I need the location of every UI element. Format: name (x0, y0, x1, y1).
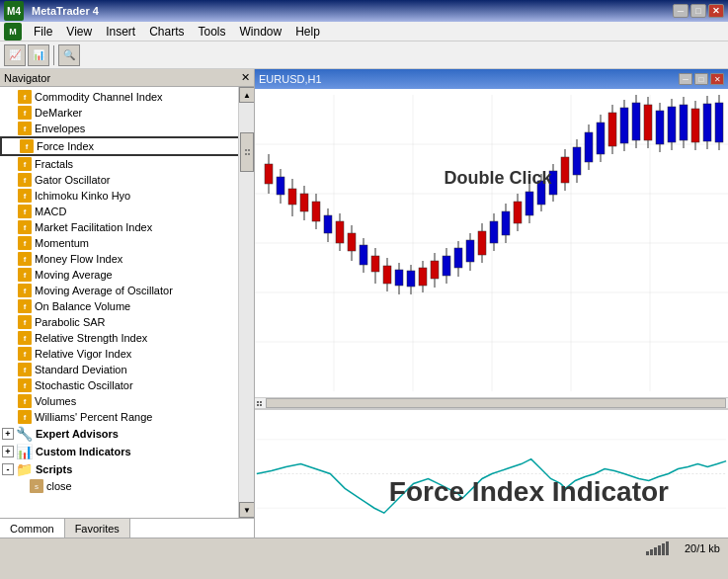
nav-item-demarker[interactable]: f DeMarker (0, 105, 254, 121)
status-bar: 20/1 kb (0, 538, 728, 557)
scroll-left-dots[interactable] (255, 400, 264, 407)
svg-rect-11 (265, 164, 273, 184)
mdi-min-button[interactable]: ─ (679, 73, 692, 85)
toolbar: 📈 📊 🔍 (0, 41, 728, 69)
nav-item-rsi[interactable]: f Relative Strength Index (0, 330, 254, 346)
indicator-icon: f (18, 378, 32, 392)
expand-custom-icon[interactable]: + (2, 446, 14, 457)
indicator-icon: f (18, 315, 32, 329)
nav-item-gator[interactable]: f Gator Oscillator (0, 172, 254, 188)
bar-2 (650, 549, 653, 555)
nav-item-market-facilitation[interactable]: f Market Facilitation Index (0, 219, 254, 235)
nav-item-volumes[interactable]: f Volumes (0, 393, 254, 409)
candlestick-chart[interactable]: Double Click (255, 89, 728, 397)
maximize-button[interactable]: □ (690, 4, 706, 18)
expand-expert-icon[interactable]: + (2, 428, 14, 440)
nav-tabs: Common Favorites (0, 518, 254, 538)
nav-item-ichimoku[interactable]: f Ichimoku Kinko Hyo (0, 188, 254, 204)
menu-file[interactable]: File (28, 23, 58, 41)
navigator-title: Navigator (4, 72, 50, 84)
double-click-label: Double Click (445, 168, 552, 189)
mdi-title-bar: EURUSD,H1 ─ □ ✕ (255, 69, 728, 89)
mdi-max-button[interactable]: □ (694, 73, 708, 85)
nav-section-expert[interactable]: + 🔧 Expert Advisors (0, 425, 254, 443)
svg-rect-21 (324, 215, 332, 233)
nav-item-force-index[interactable]: f Force Index (0, 136, 254, 156)
nav-section-custom[interactable]: + 📊 Custom Indicators (0, 443, 254, 460)
navigator-close-button[interactable]: ✕ (241, 71, 250, 84)
tab-favorites[interactable]: Favorites (65, 519, 130, 538)
tab-common[interactable]: Common (0, 519, 65, 538)
menu-insert[interactable]: Insert (100, 23, 141, 41)
chart-area: EURUSD,H1 ─ □ ✕ Double Click (255, 69, 728, 538)
title-bar: M4 MetaTrader 4 ─ □ ✕ (0, 0, 728, 22)
nav-item-fractals[interactable]: f Fractals (0, 156, 254, 172)
svg-rect-71 (620, 108, 628, 143)
indicator-icon: f (18, 220, 32, 234)
toolbar-btn-2[interactable]: 📊 (28, 44, 49, 66)
toolbar-btn-3[interactable]: 🔍 (58, 44, 80, 66)
force-index-chart[interactable]: Force Index Indicator (255, 409, 728, 538)
menu-charts[interactable]: Charts (143, 23, 190, 41)
menu-tools[interactable]: Tools (193, 23, 232, 41)
nav-item-envelopes[interactable]: f Envelopes (0, 121, 254, 136)
nav-item-obv[interactable]: f On Balance Volume (0, 298, 254, 314)
nav-item-rvi[interactable]: f Relative Vigor Index (0, 346, 254, 362)
nav-item-stochastic[interactable]: f Stochastic Oscillator (0, 377, 254, 393)
nav-item-label: DeMarker (35, 107, 82, 119)
nav-item-close-label: close (46, 480, 72, 492)
scroll-down-button[interactable]: ▼ (239, 502, 254, 518)
svg-rect-13 (277, 177, 284, 195)
nav-item-parabolic[interactable]: f Parabolic SAR (0, 314, 254, 330)
nav-scrollbar[interactable]: ▲ ▼ (238, 87, 254, 518)
bar-1 (646, 551, 649, 555)
indicator-icon: f (18, 299, 32, 313)
nav-item-moving-average[interactable]: f Moving Average (0, 267, 254, 283)
nav-item-macd[interactable]: f MACD (0, 204, 254, 219)
menu-help[interactable]: Help (289, 23, 326, 41)
nav-item-label: MACD (35, 206, 66, 217)
nav-item-stddev[interactable]: f Standard Deviation (0, 362, 254, 377)
scroll-thumb[interactable] (240, 132, 254, 172)
minimize-button[interactable]: ─ (673, 4, 688, 18)
svg-rect-53 (514, 202, 522, 223)
indicator-icon: f (18, 189, 32, 203)
nav-item-williams[interactable]: f Williams' Percent Range (0, 409, 254, 425)
svg-rect-55 (526, 192, 533, 215)
nav-section-scripts[interactable]: - 📁 Scripts (0, 460, 254, 478)
indicator-icon: f (18, 173, 32, 187)
mdi-close-button[interactable]: ✕ (710, 73, 724, 85)
nav-item-label: Moving Average (35, 269, 113, 281)
nav-item-label: Relative Strength Index (35, 332, 147, 344)
nav-item-label: On Balance Volume (35, 300, 130, 312)
force-index-svg (255, 410, 728, 538)
chart-horizontal-scrollbar[interactable] (255, 397, 728, 409)
expand-scripts-icon[interactable]: - (2, 463, 14, 475)
svg-rect-39 (431, 261, 439, 279)
svg-rect-87 (715, 103, 723, 142)
chart-scroll-track[interactable] (266, 398, 726, 408)
toolbar-btn-1[interactable]: 📈 (4, 44, 26, 66)
scroll-up-button[interactable]: ▲ (239, 87, 254, 103)
nav-item-momentum[interactable]: f Momentum (0, 235, 254, 251)
menu-window[interactable]: Window (234, 23, 288, 41)
nav-section-expert-label: Expert Advisors (36, 428, 119, 440)
menu-view[interactable]: View (60, 23, 98, 41)
nav-item-commodity[interactable]: f Commodity Channel Index (0, 89, 254, 105)
indicator-icon: f (18, 268, 32, 282)
close-button[interactable]: ✕ (708, 4, 724, 18)
nav-section-custom-label: Custom Indicators (36, 446, 131, 457)
nav-item-label: Fractals (35, 158, 73, 170)
nav-item-label: Stochastic Oscillator (35, 379, 133, 391)
indicator-icon: f (18, 106, 32, 120)
indicator-icon: f (18, 363, 32, 376)
nav-scroll-area: f Commodity Channel Index f DeMarker f E… (0, 87, 254, 518)
svg-rect-79 (668, 107, 676, 142)
bar-5 (662, 543, 665, 555)
nav-item-close[interactable]: s close (0, 478, 254, 494)
bar-3 (654, 547, 657, 555)
bar-6 (666, 541, 669, 555)
nav-item-mao[interactable]: f Moving Average of Oscillator (0, 283, 254, 298)
navigator-panel: Navigator ✕ f Commodity Channel Index f … (0, 69, 255, 538)
nav-item-money-flow[interactable]: f Money Flow Index (0, 251, 254, 267)
